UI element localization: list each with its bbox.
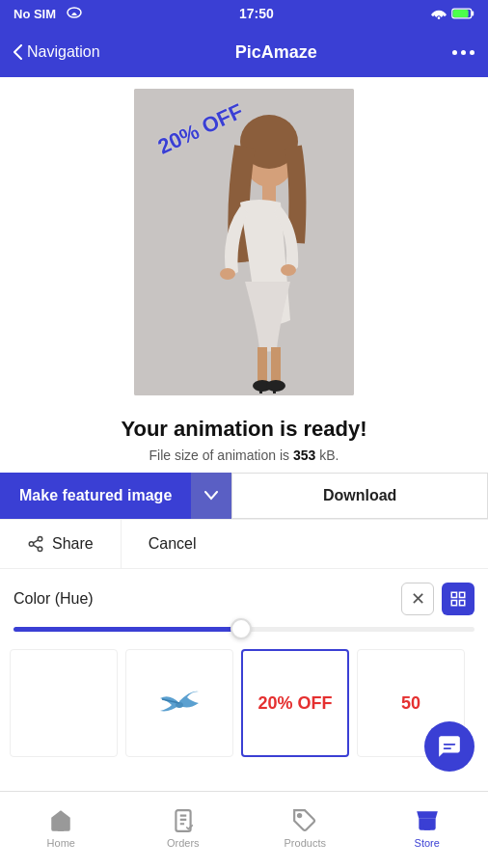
svg-rect-23 bbox=[460, 592, 465, 597]
animation-text-area: Your animation is ready! File size of an… bbox=[0, 405, 488, 473]
tab-home[interactable]: Home bbox=[0, 792, 122, 868]
svg-rect-4 bbox=[453, 10, 469, 17]
animation-size-text: File size of animation is 353 kB. bbox=[19, 448, 469, 463]
more-button[interactable] bbox=[452, 50, 474, 55]
svg-rect-24 bbox=[451, 601, 456, 606]
svg-rect-25 bbox=[460, 601, 465, 606]
svg-rect-13 bbox=[259, 386, 262, 393]
svg-line-21 bbox=[33, 540, 38, 543]
template-thumb-3[interactable]: 20% OFF bbox=[241, 649, 349, 757]
tab-products-label: Products bbox=[285, 837, 326, 849]
thumb-50-text: 50 bbox=[401, 693, 420, 714]
image-area: 20% OFF bbox=[0, 77, 488, 405]
template-thumb-1[interactable] bbox=[10, 649, 118, 757]
back-button[interactable]: Navigation bbox=[14, 43, 100, 61]
share-label: Share bbox=[52, 535, 94, 553]
nav-title: PicAmaze bbox=[235, 42, 317, 63]
svg-point-1 bbox=[438, 16, 441, 19]
share-cancel-row: Share Cancel bbox=[0, 519, 488, 568]
subtitle-prefix: File size of animation is bbox=[149, 448, 293, 463]
color-effect-button[interactable] bbox=[442, 583, 474, 615]
bottom-tabs: Home Orders Products Store bbox=[0, 791, 488, 868]
nav-bar: Navigation PicAmaze bbox=[0, 27, 488, 77]
subtitle-unit: kB. bbox=[315, 448, 339, 463]
tab-orders-label: Orders bbox=[167, 837, 200, 849]
color-slider[interactable] bbox=[14, 627, 474, 632]
product-image: 20% OFF bbox=[134, 89, 354, 395]
svg-point-28 bbox=[298, 813, 301, 816]
dropdown-button[interactable] bbox=[191, 473, 231, 519]
status-icons bbox=[431, 8, 474, 19]
color-section: Color (Hue) ✕ bbox=[0, 568, 488, 641]
carrier-label: No SIM bbox=[14, 7, 82, 21]
nav-back-label: Navigation bbox=[27, 43, 100, 61]
tab-products[interactable]: Products bbox=[244, 792, 366, 868]
tab-store-label: Store bbox=[415, 837, 440, 849]
color-close-button[interactable]: ✕ bbox=[401, 583, 434, 615]
chat-bubble-button[interactable] bbox=[424, 721, 474, 772]
svg-rect-14 bbox=[273, 386, 276, 393]
time-display: 17:50 bbox=[239, 6, 274, 21]
svg-point-15 bbox=[220, 268, 235, 280]
share-button[interactable]: Share bbox=[0, 520, 122, 568]
download-button[interactable]: Download bbox=[231, 473, 488, 519]
template-thumb-2[interactable] bbox=[125, 649, 233, 757]
svg-rect-8 bbox=[262, 183, 276, 203]
svg-point-18 bbox=[29, 542, 34, 547]
svg-rect-3 bbox=[472, 12, 474, 16]
tab-store[interactable]: Store bbox=[366, 792, 489, 868]
status-bar: No SIM 17:50 bbox=[0, 0, 488, 27]
thumb-discount-text: 20% OFF bbox=[258, 693, 332, 714]
tab-orders[interactable]: Orders bbox=[122, 792, 245, 868]
make-featured-button[interactable]: Make featured image bbox=[0, 473, 191, 519]
svg-rect-9 bbox=[258, 347, 267, 384]
svg-rect-10 bbox=[271, 347, 281, 384]
svg-point-19 bbox=[38, 547, 42, 552]
animation-size-value: 353 bbox=[293, 448, 315, 463]
tab-home-label: Home bbox=[47, 837, 75, 849]
animation-ready-title: Your animation is ready! bbox=[19, 417, 469, 442]
color-label: Color (Hue) bbox=[14, 590, 94, 608]
slider-thumb[interactable] bbox=[230, 618, 252, 639]
action-row: Make featured image Download bbox=[0, 473, 488, 519]
svg-point-16 bbox=[281, 264, 296, 276]
svg-point-17 bbox=[38, 537, 42, 542]
svg-rect-22 bbox=[451, 592, 456, 597]
cancel-button[interactable]: Cancel bbox=[122, 520, 224, 568]
svg-line-20 bbox=[33, 545, 38, 548]
templates-row: 20% OFF 50 bbox=[0, 641, 488, 763]
